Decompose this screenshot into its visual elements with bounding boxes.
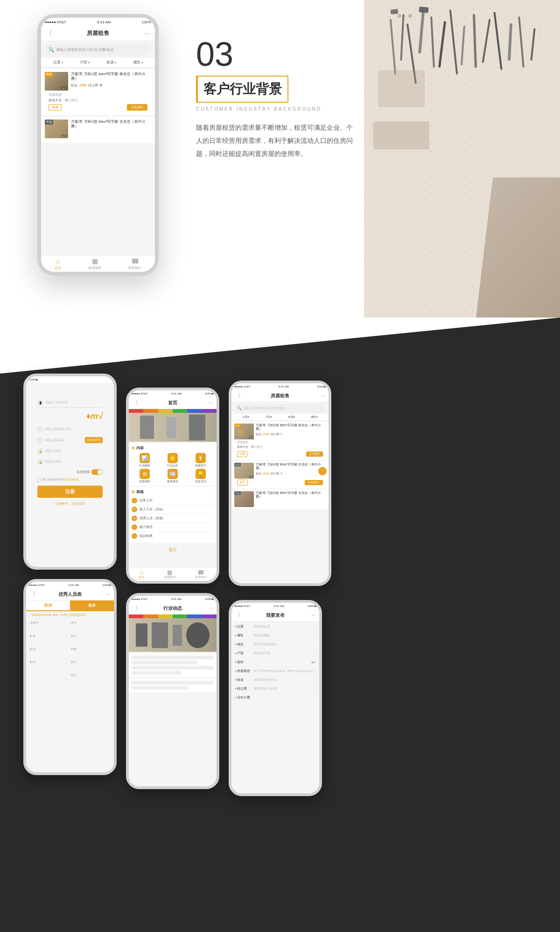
captcha-row[interactable]: 🛡 请输入图形验证码 — [37, 425, 103, 434]
carrier-label: ●●●●● AT&T — [45, 20, 66, 24]
confirm-row[interactable]: 🔒 请确认密码 — [37, 458, 103, 466]
badge-geren: 个人 — [45, 120, 53, 125]
pub-field-desc[interactable]: • 房源描述 请尽可能详细地描述房源，种类全提高成员找到... — [235, 667, 315, 676]
lw-filter-attr[interactable]: 属性▾ — [311, 415, 318, 419]
table-row-2[interactable]: ⊙ 新人工作（启动） — [132, 505, 214, 514]
back-button[interactable]: 〈 — [46, 29, 52, 38]
lw-contact-1[interactable]: 点击拨打 — [306, 452, 323, 457]
publish-more[interactable]: ··· — [312, 613, 315, 618]
more-button[interactable]: ··· — [144, 30, 150, 37]
code-placeholder: 请输入验证码 — [45, 438, 64, 443]
register-button[interactable]: 注册 — [37, 486, 103, 498]
filter-attr[interactable]: 属性 — [133, 60, 143, 65]
save-button[interactable]: 保存 — [70, 600, 114, 610]
agree-link[interactable]: 用户注册协议 — [62, 478, 79, 482]
icon-jiqiao[interactable]: ⬆ 发展技巧 — [187, 453, 214, 467]
lw-price-2: 租金: 2000 转让费: 0 — [256, 472, 326, 476]
hnav-manual[interactable]: ▦ 使用说明 — [164, 569, 175, 579]
hnav-home[interactable]: ⌂ 首页 — [139, 569, 144, 579]
excel-more[interactable]: ··· — [106, 592, 110, 597]
publish-back[interactable]: 〈 — [235, 611, 241, 619]
publish-form: • 位置 请选择位置 • 属性 请选择属性 • 地址 请填写详细地址 — [231, 621, 319, 703]
lw-expand-2[interactable]: 展开 — [237, 480, 247, 486]
news-title: 行业动态 — [163, 605, 182, 612]
listing-title-1: 万家湾: 万科3室 89m²写字楼 林先生（有中介费） — [71, 72, 151, 82]
pub-field-type[interactable]: • 户型 请选择户型 — [235, 649, 315, 658]
password-placeholder: 请输入密码 — [45, 449, 61, 453]
table-row-4[interactable]: ○ 客户简历 — [132, 523, 214, 532]
nav-contact[interactable]: 联系我们 — [128, 257, 141, 270]
collect-button-1[interactable]: 收藏 — [49, 104, 62, 111]
filter-source[interactable]: 来源 — [106, 60, 116, 65]
icon-hangjie[interactable]: 📊 行业解析 — [132, 453, 158, 467]
phone-input-field[interactable]: 📱 请输入手机号码 — [37, 400, 103, 408]
icon-chuangye[interactable]: 💡 创业启示 — [187, 469, 214, 483]
news-navbar: 〈 行业动态 ··· — [129, 602, 217, 614]
contact-button-1[interactable]: 点击拨打 — [127, 104, 147, 111]
lw-contact-2[interactable]: 点击拨打↓ — [305, 480, 323, 485]
auto-login-row: 自动登录 — [37, 469, 103, 475]
filter-type[interactable]: 户型 — [80, 60, 90, 65]
listing-wide-search[interactable]: 🔍 请输入房屋所在的小区/生活圈/地点 — [234, 404, 326, 412]
listing-wide-more[interactable]: ··· — [321, 393, 325, 398]
lw-img-2: 个人 3/3 — [234, 463, 254, 479]
lw-title-3: 万家湾: 万科3室 89m²写字楼 古先生（有中介费） — [256, 491, 326, 499]
password-row[interactable]: 🔒 请输入密码 — [37, 447, 103, 456]
hnav-contact-icon: ☎ — [197, 569, 204, 576]
lw-filter-loc[interactable]: 位置▾ — [242, 415, 249, 419]
listing-wide-navbar: 〈 房屋租售 ··· — [231, 390, 329, 402]
pub-field-rent[interactable]: • 租金 请填写租金信息 — [235, 676, 315, 685]
news-status: ●●●●● AT&T9:41 AM100%■ — [129, 596, 217, 602]
login-link-row: 已有账号， 点击登录 — [32, 501, 108, 506]
hnav-manual-label: 使用说明 — [164, 576, 175, 579]
search-placeholder: 请输入房屋所在的小区/生活圈/地点 — [56, 47, 114, 52]
nav-home[interactable]: 首页 — [55, 257, 61, 270]
icon-yunzuo[interactable]: ⭐ 行业运作 — [160, 453, 186, 467]
news-back[interactable]: 〈 — [133, 604, 138, 612]
icon-xinwen[interactable]: 📰 新闻资讯 — [160, 469, 186, 483]
phone-mockup-main: ●●●●● AT&T 9:41 AM 100% 〈 房屋租售 ··· 🔍 请输入… — [37, 14, 159, 275]
home-more[interactable]: ··· — [209, 400, 213, 405]
pub-field-loc[interactable]: • 位置 请选择位置 — [235, 622, 315, 631]
search-bar[interactable]: 🔍 请输入房屋所在的小区/生活圈/地点 — [45, 44, 151, 55]
agree-checkbox[interactable] — [37, 478, 41, 482]
logout-button[interactable]: 退出 — [129, 544, 217, 556]
pub-field-addr[interactable]: • 地址 请填写详细地址 — [235, 640, 315, 649]
lw-filter-src[interactable]: 来源▾ — [288, 415, 295, 419]
icon-hongguan[interactable]: ⊞ 宏观调控 — [132, 469, 158, 483]
nav-manual[interactable]: 使用说明 — [88, 257, 101, 270]
table-row-3[interactable]: ⊙ 优秀人员（房源） — [132, 514, 214, 523]
pub-field-transfer[interactable]: • 转让费 请填写转让金额 — [235, 685, 315, 693]
pub-field-attr[interactable]: • 属性 请选择属性 — [235, 631, 315, 640]
pub-field-area[interactable]: • 面积 m² — [235, 658, 315, 667]
listing-title-2: 万家湾: 万科3室 89m²写字楼 古先生（有中介费） — [71, 120, 151, 129]
table-row-1[interactable]: ○ 日常工作 — [132, 496, 214, 505]
excel-navbar: 〈 优秀人员表 ··· — [26, 588, 114, 600]
lw-collect-1[interactable]: 收藏 — [237, 451, 247, 457]
lw-search-placeholder: 请输入房屋所在的小区/生活圈/地点 — [243, 406, 287, 410]
listing-image-1: 中介 3/3 — [45, 72, 68, 91]
phone-status-bar: ●●●●● AT&T 9:41 AM 100% — [41, 18, 155, 26]
field-dept: 部门 — [71, 634, 110, 645]
lw-filter-type[interactable]: 户型▾ — [265, 415, 272, 419]
phone-navbar: 〈 房屋租售 ··· — [41, 26, 155, 41]
hnav-contact[interactable]: ☎ 联系我们 — [196, 569, 207, 579]
lw-badge-2: 个人 — [234, 463, 241, 466]
login-link[interactable]: 点击登录 — [72, 502, 85, 505]
listing-wide-back[interactable]: 〈 — [235, 392, 241, 400]
lw-actions-2: 展开 点击拨打↓ — [234, 479, 326, 487]
pub-field-noagency[interactable]: • 无中介费 — [235, 693, 315, 702]
filter-location[interactable]: 位置 — [53, 60, 63, 65]
news-more[interactable]: ··· — [209, 606, 213, 611]
excel-back[interactable]: 〈 — [30, 590, 35, 598]
cancel-button[interactable]: 取消 — [26, 600, 70, 610]
scroll-up-btn[interactable]: ↑ — [318, 467, 327, 475]
home-back[interactable]: 〈 — [133, 399, 138, 407]
table-row-5[interactable]: ○ 知识积累 — [132, 532, 214, 540]
send-code-button[interactable]: 发送验证码 — [85, 437, 103, 443]
app-logo: ♦m√ — [37, 411, 103, 421]
phone-home: ●●●●● AT&T9:41 AM100%■ 〈 首页 ··· — [126, 388, 219, 584]
auto-login-toggle[interactable] — [91, 469, 103, 475]
code-row[interactable]: 🛡 请输入验证码 发送验证码 — [37, 436, 103, 445]
desc-label-1: 房源描述: — [49, 92, 147, 97]
